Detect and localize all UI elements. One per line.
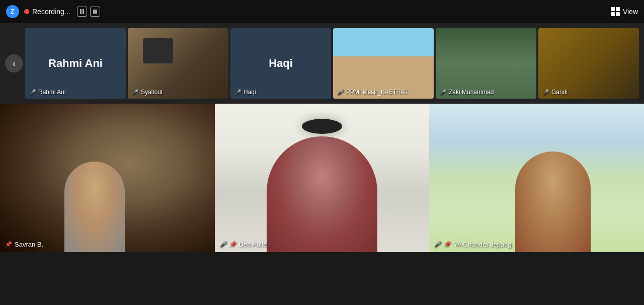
participant-tile-syaltout[interactable]: 🎤 Syaltout [128, 28, 228, 99]
rahmi-mute-icon: 🎤 [29, 89, 36, 96]
main-video-area: 📌 Savran B. 🎤 📌 Dea Aulia 🎤 📌 YA Chandra… [0, 104, 644, 252]
gandi-camera [538, 28, 639, 99]
ppmi-name-label: 🎤 PPMI Mesir_KASTRAT [337, 89, 408, 96]
syaltout-camera [128, 28, 228, 99]
view-cell-2 [616, 7, 620, 11]
haqi-display-name: Haqi [269, 57, 293, 70]
haqi-name-label: 🎤 Haqi [234, 89, 256, 96]
recording-dot [24, 9, 29, 14]
chandra-mute-icon: 🎤 [434, 241, 441, 248]
haqi-name-text: Haqi [244, 89, 256, 96]
rahmi-name-text: Rahmi Ani [38, 89, 66, 96]
zoom-logo-text: Z [11, 8, 14, 15]
savran-name-text: Savran B. [15, 241, 43, 248]
dea-pin-icon: 📌 [229, 241, 236, 248]
chandra-camera [429, 104, 644, 252]
main-tile-savran[interactable]: 📌 Savran B. [0, 104, 215, 252]
zoom-logo: Z [6, 5, 19, 18]
rahmi-display-name: Rahmi Ani [48, 57, 103, 70]
zaki-mute-icon: 🎤 [440, 89, 447, 96]
syaltout-mute-icon: 🎤 [132, 89, 139, 96]
savran-camera [0, 104, 215, 252]
dea-name-label: 🎤 📌 Dea Aulia [220, 241, 267, 248]
chandra-name-text: YA Chandra Jepang [453, 241, 511, 248]
participant-tile-zaki[interactable]: 🎤 Zaki Muhammad [436, 28, 536, 99]
chandra-pin-icon: 📌 [444, 241, 451, 248]
zaki-name-text: Zaki Muhammad [449, 89, 494, 96]
ppmi-camera [333, 28, 434, 99]
nav-left-button[interactable]: ‹ [5, 54, 23, 72]
main-tile-chandra[interactable]: 🎤 📌 YA Chandra Jepang [429, 104, 644, 252]
top-bar: Z Recording... View [0, 0, 644, 23]
view-cell-3 [611, 12, 615, 16]
pause-bar-2 [83, 9, 84, 14]
recording-text: Recording... [32, 8, 70, 16]
syaltout-name-text: Syaltout [141, 89, 163, 96]
dea-name-text: Dea Aulia [239, 241, 267, 248]
zaki-camera [436, 28, 536, 99]
participants-strip: ‹ Rahmi Ani 🎤 Rahmi Ani 🎤 Syaltout Haqi … [0, 23, 644, 104]
dea-camera [215, 104, 430, 252]
participant-tile-gandi[interactable]: 🎤 Gandi [538, 28, 639, 99]
view-icon [611, 7, 620, 16]
recording-controls [77, 7, 100, 17]
view-cell-4 [616, 12, 620, 16]
gandi-mute-icon: 🎤 [542, 89, 549, 96]
gandi-name-label: 🎤 Gandi [542, 89, 568, 96]
dea-mute-icon: 🎤 [220, 241, 227, 248]
savran-name-label: 📌 Savran B. [5, 241, 43, 248]
participant-tile-ppmi[interactable]: 🎤 PPMI Mesir_KASTRAT [333, 28, 434, 99]
ppmi-name-text: PPMI Mesir_KASTRAT [346, 89, 408, 96]
stop-icon [93, 10, 97, 14]
zaki-name-label: 🎤 Zaki Muhammad [440, 89, 494, 96]
view-cell-1 [611, 7, 615, 11]
participant-tile-rahmi[interactable]: Rahmi Ani 🎤 Rahmi Ani [25, 28, 126, 99]
ppmi-mute-icon: 🎤 [337, 89, 344, 96]
main-tile-dea[interactable]: 🎤 📌 Dea Aulia [215, 104, 430, 252]
pause-recording-button[interactable] [77, 7, 87, 17]
participant-tile-haqi[interactable]: Haqi 🎤 Haqi [230, 28, 331, 99]
stop-recording-button[interactable] [90, 7, 100, 17]
haqi-mute-icon: 🎤 [234, 89, 242, 96]
pause-bar-1 [80, 9, 82, 14]
recording-indicator: Recording... [24, 7, 100, 17]
chandra-name-label: 🎤 📌 YA Chandra Jepang [434, 241, 511, 248]
syaltout-name-label: 🎤 Syaltout [132, 89, 163, 96]
view-label: View [623, 8, 638, 16]
gandi-name-text: Gandi [551, 89, 568, 96]
view-button[interactable]: View [611, 7, 638, 16]
pause-icon [80, 9, 84, 14]
rahmi-name-label: 🎤 Rahmi Ani [29, 89, 66, 96]
savran-pin-icon: 📌 [5, 241, 12, 248]
